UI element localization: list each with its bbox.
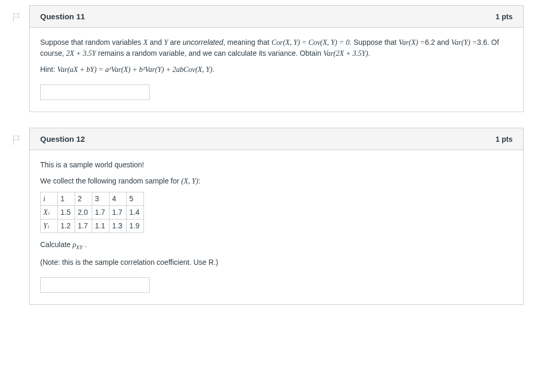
question-header: Question 11 1 pts [30, 6, 523, 28]
question-12: Question 12 1 pts This is a sample world… [29, 128, 524, 305]
flag-icon[interactable] [12, 12, 21, 23]
question-title: Question 12 [40, 134, 85, 143]
data-table: i 1 2 3 4 5 Xᵢ 1.5 2.0 1.7 1.7 1.4 Yᵢ 1.… [40, 192, 144, 233]
question-question-points: 1 pts [495, 135, 513, 143]
question-11: Question 11 1 pts Suppose that random va… [29, 5, 524, 112]
question-hint: Hint: Var(aX + bY) = a²Var(X) + b²Var(Y)… [40, 64, 513, 75]
table-row: Xᵢ 1.5 2.0 1.7 1.7 1.4 [41, 206, 144, 219]
question-text: Suppose that random variables X and Y ar… [40, 37, 513, 59]
flag-icon[interactable] [12, 134, 21, 146]
question-body: This is a sample world question! We coll… [30, 150, 523, 304]
table-row: Yᵢ 1.2 1.7 1.1 1.3 1.9 [41, 219, 144, 233]
question-calc: Calculate ρXY . [40, 239, 513, 252]
answer-input[interactable] [40, 277, 150, 293]
question-header: Question 12 1 pts [30, 128, 523, 150]
question-intro: This is a sample world question! [40, 160, 513, 170]
question-collect: We collect the following random sample f… [40, 176, 513, 187]
question-body: Suppose that random variables X and Y ar… [30, 28, 523, 112]
question-points: 1 pts [495, 13, 513, 21]
question-title: Question 11 [40, 12, 85, 21]
question-note: (Note: this is the sample correlation co… [40, 257, 513, 268]
answer-input[interactable] [40, 84, 150, 100]
table-row: i 1 2 3 4 5 [41, 192, 144, 206]
